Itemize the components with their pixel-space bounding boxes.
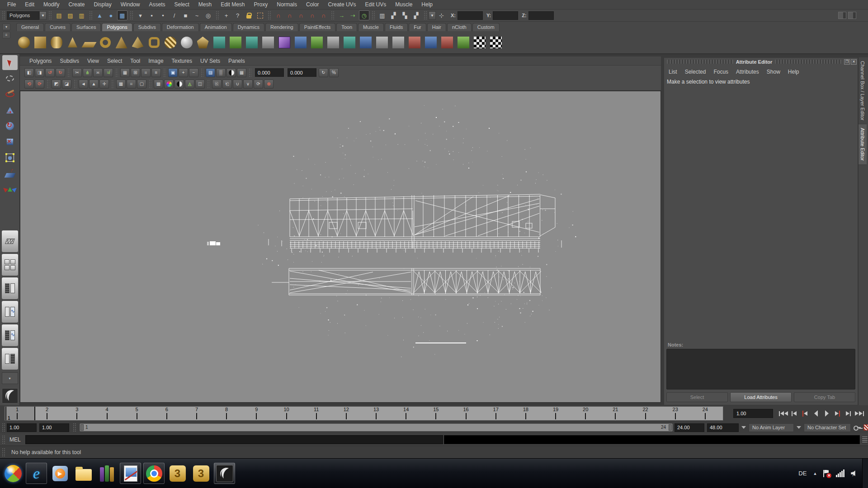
menu-create-uvs[interactable]: Create UVs (324, 0, 361, 9)
flip-v-icon[interactable]: ◨ (35, 68, 44, 77)
drag-grip[interactable] (2, 435, 5, 444)
character-set-dropdown-icon[interactable] (797, 426, 801, 429)
isolate-select-icon[interactable]: ▣ (168, 68, 178, 77)
sidebar-toggle-icon[interactable] (838, 12, 846, 19)
transform-fields-dropdown-icon[interactable]: ▼ (429, 11, 436, 20)
snap-to-grids-icon[interactable]: ∩ (273, 10, 283, 20)
split-polygon-icon[interactable] (326, 35, 340, 50)
menu-assets[interactable]: Assets (144, 0, 170, 9)
playback-start-field[interactable]: 1.00 (7, 423, 37, 432)
mask-points-icon[interactable]: • (158, 10, 168, 20)
shelf-tab-fur[interactable]: Fur (409, 23, 426, 31)
network-icon[interactable] (836, 469, 844, 477)
plus-icon[interactable]: + (221, 10, 231, 20)
bridge-icon[interactable] (244, 35, 259, 50)
side-tab-attribute-editor[interactable]: Attribute Editor (859, 124, 867, 165)
poly-cube-icon[interactable] (33, 35, 47, 50)
layout-persp-outliner[interactable] (2, 277, 18, 299)
make-live-icon[interactable]: ∩ (318, 10, 329, 20)
menu-display[interactable]: Display (89, 0, 116, 9)
drag-grip[interactable] (216, 11, 219, 20)
start-button[interactable] (2, 463, 24, 484)
3ds-max-alt-icon[interactable]: 3 (190, 463, 212, 484)
poly-torus-icon[interactable] (98, 35, 113, 50)
range-end-handle[interactable] (669, 424, 672, 431)
mask-faces-icon[interactable]: ■ (180, 10, 191, 20)
mask-dropdown-icon[interactable]: ▾ (135, 10, 146, 20)
range-start-handle[interactable] (80, 424, 84, 431)
uv-percent-icon[interactable]: % (329, 68, 339, 77)
marquee-select-icon[interactable] (255, 10, 265, 20)
lasso-select-tool[interactable] (2, 71, 18, 86)
anim-start-field[interactable]: 1.00 (39, 423, 69, 432)
shade-uv-icon[interactable]: ◬ (185, 80, 194, 89)
move-tool[interactable] (2, 103, 18, 117)
render-current-frame-icon[interactable]: ▞ (388, 10, 399, 20)
texture-borders-icon[interactable]: ▢ (137, 80, 146, 89)
rotate45-ccw-icon[interactable]: ⟲ (24, 80, 34, 89)
delete-uv-icon[interactable]: ⊗ (264, 80, 274, 89)
save-scene-icon[interactable]: ▥ (76, 10, 87, 20)
remove-selected-icon[interactable]: − (189, 68, 198, 77)
attribute-editor-titlebar[interactable]: Attribute Editor ❐ ✕ (664, 58, 858, 66)
copy-uv-icon[interactable]: ⎘ (212, 80, 222, 89)
open-render-view-icon[interactable]: ▥ (377, 10, 387, 20)
maya-watermark-icon[interactable] (2, 388, 18, 404)
menu-edit[interactable]: Edit (20, 0, 39, 9)
poly-helix-icon[interactable] (163, 35, 178, 50)
language-indicator[interactable]: DE (798, 470, 807, 477)
paste-u-icon[interactable]: ∪ (233, 80, 242, 89)
rotate-ccw-icon[interactable]: ↺ (45, 68, 55, 77)
menu-modify[interactable]: Modify (39, 0, 64, 9)
anim-layer-field[interactable]: No Anim Layer (749, 423, 794, 432)
shelf-tab-menu-icon[interactable]: ▾ (2, 23, 10, 30)
anim-end-field[interactable]: 48.00 (707, 423, 739, 432)
script-editor-icon[interactable] (862, 436, 868, 443)
shelf-tab-subdivs[interactable]: Subdivs (133, 23, 161, 31)
show-manipulator-tool[interactable] (2, 182, 18, 197)
drag-grip[interactable] (48, 11, 52, 20)
menu-color[interactable]: Color (302, 0, 324, 9)
layout-four-view[interactable] (2, 254, 18, 276)
anim-layer-dropdown-icon[interactable] (741, 426, 746, 429)
ae-menu-selected[interactable]: Selected (685, 68, 711, 75)
shelf-tab-animation[interactable]: Animation (200, 23, 232, 31)
cycle-uv-icon[interactable]: ⟳ (254, 80, 263, 89)
drag-grip[interactable] (2, 423, 5, 432)
x-field[interactable] (458, 11, 483, 20)
insert-edge-loop-icon[interactable] (342, 35, 357, 50)
step-back-key-button[interactable] (800, 408, 810, 418)
universal-manipulator-tool[interactable] (2, 150, 18, 165)
overlap-uv-icon[interactable]: ◫ (195, 80, 205, 89)
poly-cylinder-icon[interactable] (49, 35, 64, 50)
sew-uv-icon[interactable]: ≍ (93, 68, 103, 77)
chevron-down-icon[interactable]: ▼ (39, 11, 47, 20)
maya-icon[interactable] (214, 463, 235, 484)
select-hierarchy-icon[interactable]: ▲ (94, 10, 105, 20)
ae-button-load-attributes[interactable]: Load Attributes (730, 392, 792, 402)
menu-file[interactable]: File (3, 0, 20, 9)
ae-menu-attributes[interactable]: Attributes (736, 68, 764, 75)
menu-edit-uvs[interactable]: Edit UVs (361, 0, 391, 9)
input-connections-icon[interactable]: → (336, 10, 347, 20)
new-scene-icon[interactable]: ▤ (54, 10, 64, 20)
shelf-tab-hair[interactable]: Hair (427, 23, 446, 31)
play-backwards-button[interactable] (811, 408, 821, 418)
shelf-tab-surfaces[interactable]: Surfaces (71, 23, 101, 31)
file-explorer-icon[interactable] (73, 463, 94, 484)
sculpt-geometry-icon[interactable] (423, 35, 438, 50)
menu-normals[interactable]: Normals (272, 0, 302, 9)
snap-to-curves-icon[interactable]: ∩ (284, 10, 295, 20)
grid-uv-icon[interactable]: ⊞ (131, 68, 140, 77)
layout-dropdown[interactable]: ▾ (2, 372, 18, 384)
menu-window[interactable]: Window (116, 0, 145, 9)
drag-grip[interactable] (73, 423, 76, 432)
step-forward-key-button[interactable] (833, 408, 842, 418)
ipr-render-icon[interactable]: ▚ (400, 10, 410, 20)
extrude-icon[interactable] (228, 35, 243, 50)
shelf-tab-polygons[interactable]: Polygons (102, 23, 132, 31)
command-line-input[interactable] (25, 435, 443, 444)
uv-menu-panels[interactable]: Panels (224, 57, 249, 65)
layout-persp-graph[interactable] (2, 301, 18, 323)
action-center-icon[interactable]: ✕ (823, 470, 830, 477)
